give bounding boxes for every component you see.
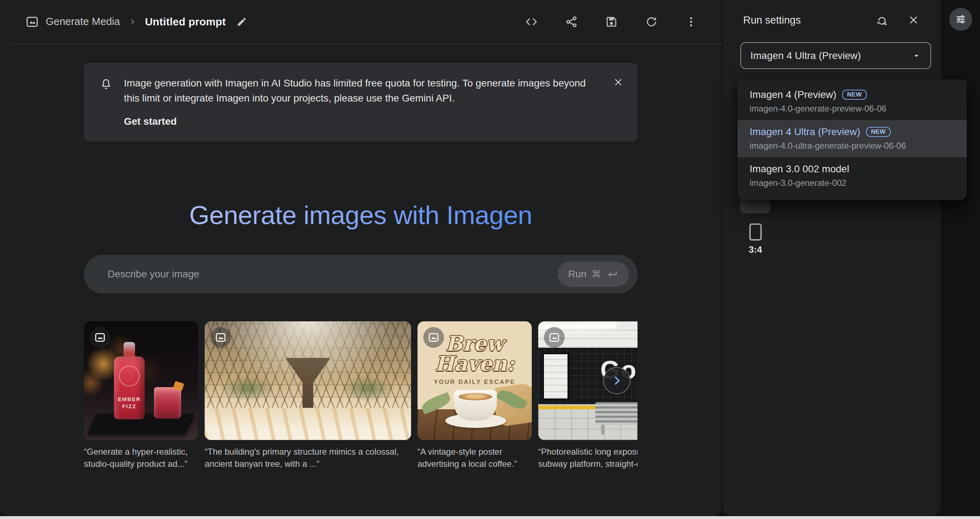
model-option-id: imagen-3.0-generate-002	[749, 178, 956, 188]
poster-title-line2: Haven:	[417, 353, 532, 374]
run-button-label: Run	[568, 268, 586, 280]
close-icon	[612, 77, 624, 88]
ember-fizz-bottle: EMBER FIZZ	[114, 356, 145, 419]
example-card-banyan-atrium[interactable]	[205, 321, 411, 440]
model-option-id: imagen-4.0-generate-preview-06-06	[749, 104, 956, 114]
breadcrumb-root-label: Generate Media	[46, 16, 120, 27]
example-card-product-ad[interactable]: EMBER FIZZ	[84, 321, 198, 440]
example-caption: “A vintage-style poster advertising a lo…	[417, 446, 532, 470]
aspect-button-3-4[interactable]: 3:4	[740, 222, 770, 255]
page-title: Generate images with Imagen	[84, 200, 638, 230]
example-carousel: EMBER FIZZ	[84, 321, 638, 440]
foliage-left	[221, 376, 275, 401]
bottle-brand-line2: FIZZ	[114, 403, 145, 410]
model-option-imagen-4-ultra[interactable]: Imagen 4 Ultra (Preview) NEW imagen-4.0-…	[738, 120, 967, 157]
new-badge: NEW	[842, 90, 867, 100]
prompt-title: Untitled prompt	[145, 16, 226, 28]
subway-bench	[595, 402, 638, 425]
share-button[interactable]	[562, 13, 581, 31]
save-button[interactable]	[602, 13, 621, 31]
reset-chat-button[interactable]	[642, 13, 661, 31]
breadcrumb: Generate Media Untitled prompt	[25, 14, 250, 30]
run-settings-title: Run settings	[743, 14, 801, 26]
run-button[interactable]: Run ⌘	[557, 262, 629, 287]
save-icon	[605, 15, 618, 28]
share-icon	[565, 15, 578, 28]
right-rail	[942, 0, 980, 516]
command-key-icon: ⌘	[592, 268, 601, 280]
image-badge-icon	[210, 327, 231, 348]
model-option-name: Imagen 3.0 002 model	[749, 163, 849, 175]
model-dropdown-menu: Imagen 4 (Preview) NEW imagen-4.0-genera…	[738, 79, 967, 200]
rename-prompt-button[interactable]	[234, 14, 250, 30]
get-code-button[interactable]	[522, 13, 541, 31]
image-badge-icon	[544, 327, 565, 348]
bottle-neck	[124, 342, 135, 357]
tune-icon	[955, 13, 967, 26]
get-started-link[interactable]: Get started	[124, 116, 177, 127]
model-option-id: imagen-4.0-ultra-generate-preview-06-06	[749, 141, 956, 151]
chevron-right-icon	[128, 17, 137, 26]
latte-art	[458, 392, 493, 401]
header-actions	[522, 13, 705, 31]
subway-poster-frame	[542, 353, 569, 400]
more-options-button[interactable]	[682, 13, 700, 31]
bottle-emblem	[119, 366, 140, 386]
cocktail-glass	[154, 387, 181, 418]
main-header: Generate Media Untitled prompt	[0, 0, 721, 43]
image-badge-icon	[423, 327, 444, 348]
more-vert-icon	[685, 16, 697, 28]
app-root: Generate Media Untitled prompt	[0, 0, 980, 516]
bell-icon	[100, 78, 113, 91]
reset-settings-icon	[875, 13, 889, 27]
quota-banner: Image generation with Imagen in AI Studi…	[84, 63, 638, 142]
code-icon	[525, 15, 538, 28]
run-settings-toggle-button[interactable]	[949, 8, 972, 31]
chevron-down-icon	[912, 51, 921, 61]
pencil-icon	[236, 16, 247, 27]
carousel-next-button[interactable]	[603, 367, 630, 394]
aspect-label: 3:4	[749, 244, 762, 255]
banner-message: Image generation with Imagen in AI Studi…	[124, 76, 595, 106]
run-settings-header: Run settings	[722, 0, 941, 40]
close-icon	[907, 14, 920, 26]
model-option-imagen-3[interactable]: Imagen 3.0 002 model imagen-3.0-generate…	[738, 157, 967, 195]
image-badge-icon	[90, 327, 110, 348]
atrium-floor	[205, 408, 411, 440]
run-settings-panel: Run settings Imagen	[722, 0, 941, 516]
bottle-brand-line1: EMBER	[114, 396, 145, 403]
main-panel: Generate Media Untitled prompt	[0, 0, 721, 516]
example-captions: “Generate a hyper-realistic, studio-qual…	[84, 446, 638, 470]
model-option-name: Imagen 4 Ultra (Preview)	[749, 126, 861, 137]
close-settings-button[interactable]	[904, 11, 923, 29]
example-caption: “Photorealistic long exposure subway pla…	[538, 446, 638, 470]
model-option-name: Imagen 4 (Preview)	[749, 89, 837, 101]
foliage-right	[341, 376, 395, 401]
new-badge: NEW	[866, 127, 891, 137]
reset-settings-button[interactable]	[872, 10, 891, 30]
model-selector-value: Imagen 4 Ultra (Preview)	[750, 50, 861, 61]
media-image-icon	[25, 14, 39, 29]
example-card-coffee-poster[interactable]: Brew Haven: YOUR DAILY ESCAPE	[417, 321, 532, 440]
refresh-icon	[645, 15, 658, 28]
return-key-icon	[606, 268, 618, 280]
banner-close-button[interactable]	[609, 73, 627, 91]
prompt-bar: Run ⌘	[84, 255, 638, 294]
header-divider	[10, 43, 721, 44]
example-caption: “Generate a hyper-realistic, studio-qual…	[84, 446, 198, 470]
breadcrumb-generate-media[interactable]: Generate Media	[25, 14, 120, 29]
model-option-imagen-4[interactable]: Imagen 4 (Preview) NEW imagen-4.0-genera…	[738, 83, 967, 120]
prompt-input[interactable]	[108, 268, 557, 280]
chevron-right-icon	[611, 375, 623, 387]
example-caption: “The building's primary structure mimics…	[205, 446, 411, 470]
model-selector[interactable]: Imagen 4 Ultra (Preview)	[740, 42, 931, 69]
aspect-3-4-icon	[749, 224, 762, 241]
